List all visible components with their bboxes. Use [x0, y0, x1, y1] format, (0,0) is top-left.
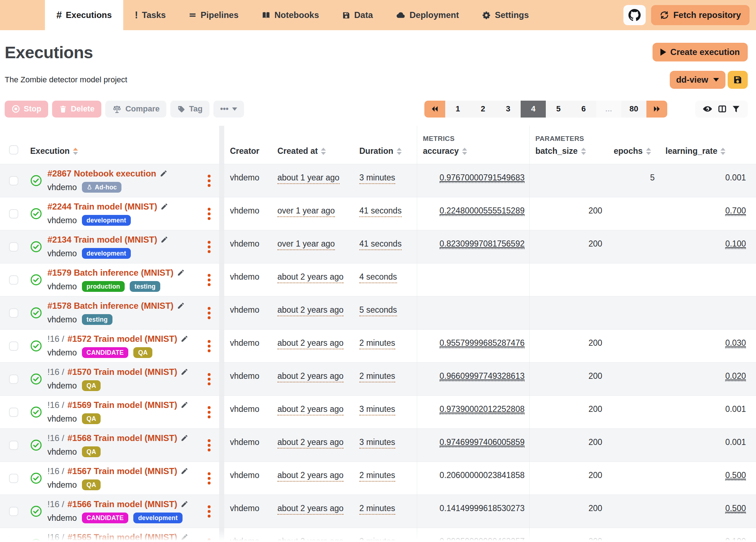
- filter-icon[interactable]: [732, 105, 741, 114]
- duration-value[interactable]: 2 minutes: [359, 338, 395, 349]
- accuracy-cell-link[interactable]: 0.97469997406005859: [439, 437, 525, 447]
- row-kebab-menu[interactable]: [206, 372, 212, 387]
- row-checkbox[interactable]: [9, 375, 18, 384]
- duration-value[interactable]: 41 seconds: [359, 206, 402, 217]
- tag-badge[interactable]: development: [82, 215, 131, 226]
- accuracy-cell-link[interactable]: 0.97670000791549683: [439, 173, 525, 183]
- duration-value[interactable]: 3 minutes: [359, 437, 395, 449]
- save-view-button[interactable]: [728, 71, 748, 89]
- learning-rate-cell-link[interactable]: 0.020: [725, 371, 746, 381]
- row-kebab-menu[interactable]: [206, 306, 212, 321]
- pagination-page-4[interactable]: 4: [521, 101, 546, 118]
- pagination-page-2[interactable]: 2: [470, 101, 495, 118]
- compare-button[interactable]: Compare: [105, 101, 166, 118]
- tag-button[interactable]: Tag: [170, 101, 209, 118]
- edit-icon[interactable]: [180, 368, 188, 376]
- row-checkbox[interactable]: [9, 242, 18, 252]
- row-kebab-menu[interactable]: [206, 504, 212, 519]
- row-checkbox[interactable]: [9, 308, 18, 318]
- execution-link[interactable]: #1579 Batch inference (MNIST): [47, 268, 174, 278]
- edit-icon[interactable]: [180, 533, 188, 541]
- duration-value[interactable]: 2 minutes: [359, 537, 395, 542]
- pagination-next-button[interactable]: [646, 101, 667, 118]
- tag-badge[interactable]: QA: [82, 446, 101, 457]
- pagination-page-1[interactable]: 1: [445, 101, 470, 118]
- pagination-page-80[interactable]: 80: [621, 101, 646, 118]
- learning-rate-cell-link[interactable]: 0.500: [725, 504, 746, 514]
- created-at-value[interactable]: about 2 years ago: [277, 404, 344, 415]
- row-checkbox[interactable]: [9, 474, 18, 483]
- created-at-value[interactable]: about 2 years ago: [277, 437, 344, 449]
- more-actions-button[interactable]: •••: [213, 101, 244, 118]
- edit-icon[interactable]: [180, 500, 188, 508]
- column-header-duration[interactable]: Duration: [354, 126, 417, 164]
- column-header-created-at[interactable]: Created at: [272, 126, 354, 164]
- execution-link[interactable]: #1569 Train model (MNIST): [68, 400, 177, 410]
- edit-icon[interactable]: [160, 236, 168, 244]
- tag-badge[interactable]: Ad-hoc: [82, 182, 121, 193]
- execution-link[interactable]: #1566 Train model (MNIST): [68, 499, 177, 509]
- row-kebab-menu[interactable]: [206, 206, 212, 221]
- columns-icon[interactable]: [718, 104, 727, 114]
- tab-data[interactable]: Data: [331, 0, 384, 30]
- row-kebab-menu[interactable]: [206, 537, 212, 542]
- accuracy-cell-link[interactable]: 0.96609997749328613: [439, 371, 525, 381]
- edit-icon[interactable]: [180, 434, 188, 442]
- row-kebab-menu[interactable]: [206, 173, 212, 188]
- created-at-value[interactable]: about 1 year ago: [277, 173, 340, 184]
- pagination-page-5[interactable]: 5: [546, 101, 571, 118]
- tab-tasks[interactable]: !Tasks: [123, 0, 177, 30]
- eye-icon[interactable]: [702, 104, 713, 114]
- column-header-learning-rate[interactable]: learning_rate: [660, 126, 756, 164]
- created-at-value[interactable]: about 2 years ago: [277, 504, 344, 515]
- tag-badge[interactable]: QA: [82, 479, 101, 490]
- edit-icon[interactable]: [180, 335, 188, 343]
- created-at-value[interactable]: about 2 years ago: [277, 470, 344, 482]
- edit-icon[interactable]: [180, 467, 188, 475]
- column-header-accuracy[interactable]: METRICS accuracy: [417, 126, 529, 164]
- learning-rate-cell-link[interactable]: 0.100: [725, 537, 746, 542]
- accuracy-cell-link[interactable]: 0.89259999990463257: [439, 537, 525, 542]
- row-checkbox[interactable]: [9, 275, 18, 285]
- tag-badge[interactable]: CANDIDATE: [82, 347, 129, 358]
- duration-value[interactable]: 3 minutes: [359, 404, 395, 415]
- tag-badge[interactable]: development: [133, 513, 182, 523]
- row-checkbox[interactable]: [9, 441, 18, 450]
- row-checkbox[interactable]: [9, 176, 18, 185]
- tag-badge[interactable]: QA: [82, 413, 101, 424]
- view-selector[interactable]: dd-view: [670, 71, 725, 89]
- learning-rate-cell-link[interactable]: 0.030: [725, 338, 746, 348]
- tag-badge[interactable]: testing: [130, 281, 160, 292]
- tag-badge[interactable]: development: [82, 248, 131, 259]
- row-checkbox[interactable]: [9, 507, 18, 516]
- duration-value[interactable]: 4 seconds: [359, 272, 397, 283]
- edit-icon[interactable]: [160, 203, 168, 211]
- row-checkbox[interactable]: [9, 540, 18, 542]
- row-kebab-menu[interactable]: [206, 239, 212, 254]
- row-kebab-menu[interactable]: [206, 438, 212, 453]
- accuracy-cell-link[interactable]: 0.82309997081756592: [439, 239, 525, 249]
- execution-link[interactable]: #1568 Train model (MNIST): [68, 433, 177, 443]
- tag-badge[interactable]: QA: [82, 380, 101, 391]
- create-execution-button[interactable]: Create execution: [653, 43, 748, 61]
- tag-badge[interactable]: QA: [133, 347, 152, 358]
- created-at-value[interactable]: about 2 years ago: [277, 537, 344, 542]
- tab-notebooks[interactable]: Notebooks: [250, 0, 331, 30]
- row-kebab-menu[interactable]: [206, 471, 212, 486]
- row-kebab-menu[interactable]: [206, 339, 212, 354]
- execution-link[interactable]: #1567 Train model (MNIST): [68, 466, 177, 476]
- duration-value[interactable]: 2 minutes: [359, 470, 395, 482]
- duration-value[interactable]: 5 seconds: [359, 305, 397, 316]
- tab-settings[interactable]: Settings: [470, 0, 540, 30]
- column-header-batch-size[interactable]: PARAMETERS batch_size: [529, 126, 608, 164]
- tab-pipelines[interactable]: Pipelines: [177, 0, 250, 30]
- row-kebab-menu[interactable]: [206, 405, 212, 420]
- edit-icon[interactable]: [177, 302, 185, 310]
- created-at-value[interactable]: over 1 year ago: [277, 206, 335, 217]
- execution-link[interactable]: #2244 Train model (MNIST): [47, 202, 157, 212]
- tag-badge[interactable]: production: [82, 281, 125, 292]
- delete-button[interactable]: Delete: [52, 101, 101, 118]
- row-checkbox[interactable]: [9, 209, 18, 219]
- created-at-value[interactable]: about 2 years ago: [277, 338, 344, 349]
- created-at-value[interactable]: about 2 years ago: [277, 272, 344, 283]
